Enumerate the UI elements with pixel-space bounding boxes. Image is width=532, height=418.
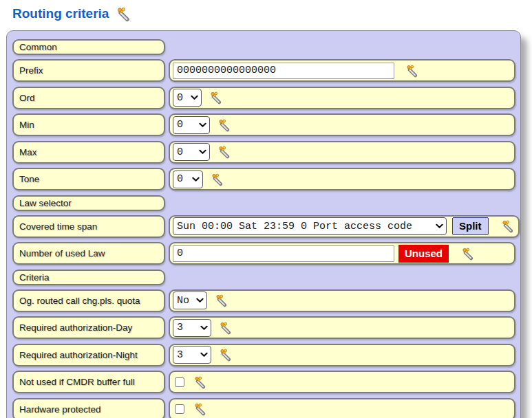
row-label-text: Required authorization-Day	[19, 322, 132, 333]
row-label-text: Required authorization-Night	[19, 350, 138, 360]
field-box-ord: 0	[169, 87, 515, 109]
max-select[interactable]: 0	[173, 143, 210, 161]
form-row-cmdr-buffer: Not used if CMDR buffer full	[12, 371, 515, 393]
unused-status-badge: Unused	[398, 245, 449, 263]
cmdr-buffer-checkbox[interactable]	[175, 377, 184, 387]
field-box-number-of-used-law: Unused	[169, 242, 515, 265]
section-label-common: Common	[12, 39, 165, 55]
row-label-max: Max	[12, 141, 165, 164]
field-box-hardware-protected	[169, 398, 515, 418]
row-label-prefix: Prefix	[12, 59, 165, 82]
row-label-text: Min	[19, 120, 34, 130]
min-select[interactable]: 0	[173, 116, 210, 134]
section-label-text: Criteria	[19, 272, 50, 283]
magic-wand-icon[interactable]	[405, 64, 418, 78]
row-label-min: Min	[12, 113, 165, 136]
field-box-min: 0	[169, 113, 515, 136]
form-row-hardware-protected: Hardware protected	[12, 398, 515, 418]
form-row-og-routed-quota: Og. routed call chg.pls. quota No	[12, 289, 515, 312]
og-routed-quota-select[interactable]: No	[173, 292, 207, 309]
magic-wand-icon[interactable]	[460, 247, 474, 261]
page-header: Routing criteria	[12, 6, 532, 22]
form-row-tone: Tone 0	[12, 168, 515, 190]
section-label-criteria: Criteria	[12, 270, 165, 285]
magic-wand-icon[interactable]	[193, 375, 206, 389]
magic-wand-icon[interactable]	[115, 6, 131, 22]
section-label-text: Law selector	[19, 198, 72, 208]
section-label-text: Common	[19, 42, 57, 52]
form-row-required-authorization-day: Required authorization-Day 3	[12, 316, 515, 339]
page: { "title": "Routing criteria", "colors":…	[0, 0, 532, 418]
row-label-required-authorization-day: Required authorization-Day	[12, 316, 165, 339]
field-box-tone: 0	[169, 168, 515, 190]
section-row-law-selector: Law selector	[12, 195, 515, 211]
split-button[interactable]: Split	[452, 217, 489, 235]
form-row-max: Max 0	[12, 141, 515, 164]
form-row-ord: Ord 0	[12, 87, 515, 109]
magic-wand-icon[interactable]	[217, 145, 231, 159]
row-label-text: Og. routed call chg.pls. quota	[19, 296, 140, 306]
row-label-og-routed-quota: Og. routed call chg.pls. quota	[12, 289, 165, 312]
magic-wand-icon[interactable]	[214, 294, 228, 307]
form-row-number-of-used-law: Number of used Law Unused	[12, 242, 515, 265]
tone-select[interactable]: 0	[173, 170, 203, 188]
section-label-law-selector: Law selector	[12, 195, 165, 211]
magic-wand-icon[interactable]	[209, 91, 222, 104]
magic-wand-icon[interactable]	[218, 348, 232, 362]
field-box-required-authorization-day: 3	[169, 316, 515, 339]
field-box-covered-time-span: Sun 00:00 Sat 23:59 0 Port access code S…	[169, 215, 520, 238]
row-label-tone: Tone	[12, 168, 165, 190]
row-label-text: Hardware protected	[19, 404, 101, 415]
magic-wand-icon[interactable]	[193, 402, 206, 416]
prefix-input[interactable]	[173, 63, 394, 79]
covered-time-span-select[interactable]: Sun 00:00 Sat 23:59 0 Port access code	[173, 217, 447, 235]
field-box-prefix	[169, 59, 515, 82]
field-box-cmdr-buffer	[169, 371, 515, 393]
number-of-used-law-input[interactable]	[173, 245, 394, 262]
required-authorization-day-select[interactable]: 3	[173, 319, 211, 337]
page-title: Routing criteria	[12, 6, 109, 21]
section-row-criteria: Criteria	[12, 270, 515, 285]
row-label-text: Not used if CMDR buffer full	[19, 377, 135, 387]
row-label-text: Max	[19, 147, 37, 157]
field-box-og-routed-quota: No	[169, 289, 515, 312]
field-box-max: 0	[169, 141, 515, 164]
routing-criteria-panel: Common Prefix Ord 0	[6, 30, 521, 418]
form-row-covered-time-span: Covered time span Sun 00:00 Sat 23:59 0 …	[12, 215, 515, 238]
magic-wand-icon[interactable]	[500, 219, 514, 233]
row-label-text: Prefix	[19, 65, 43, 76]
form-row-min: Min 0	[12, 113, 515, 136]
row-label-cmdr-buffer: Not used if CMDR buffer full	[12, 371, 165, 393]
row-label-text: Number of used Law	[19, 248, 105, 258]
row-label-ord: Ord	[12, 87, 165, 109]
row-label-covered-time-span: Covered time span	[12, 215, 165, 238]
magic-wand-icon[interactable]	[218, 321, 232, 335]
row-label-text: Covered time span	[19, 221, 97, 232]
row-label-hardware-protected: Hardware protected	[12, 398, 165, 418]
row-label-text: Ord	[19, 93, 35, 103]
form-row-required-authorization-night: Required authorization-Night 3	[12, 344, 515, 366]
form-row-prefix: Prefix	[12, 59, 515, 82]
magic-wand-icon[interactable]	[217, 118, 231, 132]
ord-select[interactable]: 0	[173, 89, 202, 107]
magic-wand-icon[interactable]	[210, 173, 224, 186]
required-authorization-night-select[interactable]: 3	[173, 346, 211, 364]
row-label-required-authorization-night: Required authorization-Night	[12, 344, 165, 366]
section-row-common: Common	[12, 39, 515, 55]
field-box-required-authorization-night: 3	[169, 344, 515, 366]
hardware-protected-checkbox[interactable]	[175, 404, 184, 414]
row-label-number-of-used-law: Number of used Law	[12, 242, 165, 265]
row-label-text: Tone	[19, 174, 39, 184]
